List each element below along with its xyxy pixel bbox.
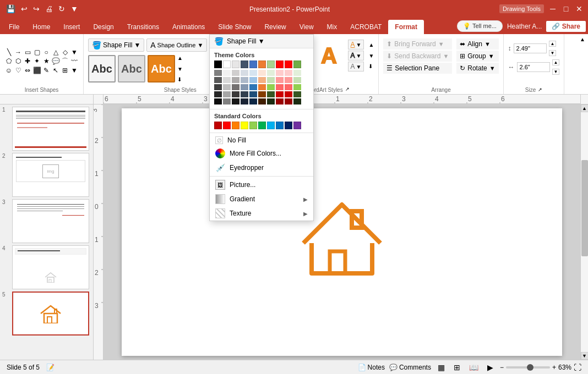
slide-image-2[interactable]: img: [12, 153, 89, 197]
shade-3-1[interactable]: [223, 84, 231, 90]
std-color-2[interactable]: [232, 122, 239, 129]
shade-3-8[interactable]: [285, 84, 292, 90]
shape-star4[interactable]: ✦: [32, 57, 41, 66]
slide-thumb-2[interactable]: 2 img: [2, 153, 91, 197]
tab-insert[interactable]: Insert: [57, 20, 86, 34]
ribbon-collapse[interactable]: ▲: [577, 34, 588, 94]
width-up-icon[interactable]: ▲: [552, 59, 560, 65]
size-expand-icon[interactable]: ↗: [538, 87, 542, 92]
shape-merge[interactable]: ⊞: [61, 67, 69, 74]
color-swatch-red2[interactable]: [285, 61, 292, 68]
shade-4-1[interactable]: [223, 91, 231, 97]
gradient-item[interactable]: Gradient ▶: [210, 192, 313, 206]
shade-2-0[interactable]: [214, 77, 222, 83]
shade-4-9[interactable]: [293, 91, 301, 97]
shade-3-5[interactable]: [258, 84, 266, 90]
shape-smiley[interactable]: ☺: [4, 67, 13, 74]
shape-arr2[interactable]: ⇔: [23, 67, 32, 74]
height-input[interactable]: [514, 43, 547, 53]
tab-slideshow[interactable]: Slide Show: [211, 20, 258, 34]
shade-5-3[interactable]: [241, 98, 248, 105]
ribbon-tabs[interactable]: File Home Insert Design Transitions Anim…: [0, 18, 588, 34]
texture-item[interactable]: Texture ▶: [210, 206, 313, 221]
slide-image-5[interactable]: [12, 292, 89, 336]
user-name[interactable]: Heather A...: [507, 23, 542, 30]
shape-edit[interactable]: ✎: [42, 67, 51, 74]
shade-1-8[interactable]: [285, 70, 292, 76]
shade-5-9[interactable]: [293, 98, 301, 105]
color-swatch-white[interactable]: [223, 61, 231, 68]
shade-2-1[interactable]: [223, 77, 231, 83]
width-down-icon[interactable]: ▼: [552, 69, 560, 75]
style-more[interactable]: ⬇: [177, 76, 183, 82]
shape-rrect[interactable]: ▢: [32, 48, 41, 56]
tab-acrobat[interactable]: ACROBAT: [344, 20, 388, 34]
shape-outline-btn[interactable]: A Shape Outline ▼: [146, 38, 207, 52]
style-scroll-down[interactable]: ▼: [177, 66, 183, 72]
restore-btn[interactable]: □: [562, 4, 570, 13]
group-btn[interactable]: ⊞ Group ▼: [456, 51, 498, 62]
send-backward-btn[interactable]: ⬇ Send Backward ▼: [383, 51, 452, 62]
shape-fill-dropdown[interactable]: 🪣 Shape Fill ▼ Theme Colors: [209, 34, 314, 221]
view-normal-btn[interactable]: ▦: [435, 362, 447, 373]
shape-custom[interactable]: 〰: [70, 57, 79, 66]
zoom-in-btn[interactable]: +: [552, 364, 556, 371]
style-scroll-up[interactable]: ▲: [177, 55, 183, 61]
slide-thumb-3[interactable]: 3: [2, 199, 91, 243]
shade-3-6[interactable]: [267, 84, 275, 90]
shade-1-5[interactable]: [258, 70, 266, 76]
shade-5-4[interactable]: [249, 98, 257, 105]
shape-diamond[interactable]: ◇: [61, 48, 69, 56]
tab-mix[interactable]: Mix: [320, 20, 344, 34]
shade-1-2[interactable]: [232, 70, 239, 76]
tab-file[interactable]: File: [2, 20, 26, 34]
shape-cube[interactable]: ⬛: [32, 67, 41, 74]
shade-2-5[interactable]: [258, 77, 266, 83]
customize-btn[interactable]: ▼: [69, 3, 80, 14]
shade-4-4[interactable]: [249, 91, 257, 97]
view-slide-sorter-btn[interactable]: ⊞: [451, 362, 462, 373]
shade-1-9[interactable]: [293, 70, 301, 76]
shade-1-3[interactable]: [241, 70, 248, 76]
tab-animations[interactable]: Animations: [166, 20, 211, 34]
shade-1-7[interactable]: [276, 70, 284, 76]
zoom-slider[interactable]: [506, 366, 550, 369]
shade-2-6[interactable]: [267, 77, 275, 83]
wordart-expand-icon[interactable]: ↗: [345, 86, 350, 92]
shade-2-3[interactable]: [241, 77, 248, 83]
shade-4-6[interactable]: [267, 91, 275, 97]
shade-4-5[interactable]: [258, 91, 266, 97]
shade-4-8[interactable]: [285, 91, 292, 97]
shade-2-7[interactable]: [276, 77, 284, 83]
comments-btn[interactable]: 💬 Comments: [389, 364, 431, 371]
shade-5-5[interactable]: [258, 98, 266, 105]
zoom-thumb[interactable]: [527, 364, 533, 371]
no-fill-item[interactable]: ∅ No Fill: [210, 134, 313, 146]
tab-home[interactable]: Home: [26, 20, 57, 34]
color-swatch-blue[interactable]: [249, 61, 257, 68]
shape-plus[interactable]: ✚: [23, 57, 32, 66]
slide-thumb-5[interactable]: 5: [2, 292, 91, 336]
slide-white-area[interactable]: [122, 108, 562, 356]
shade-3-9[interactable]: [293, 84, 301, 90]
scroll-down-btn[interactable]: ▼: [581, 352, 589, 360]
slide-image-4[interactable]: [12, 245, 89, 289]
shape-pentagon[interactable]: ⬠: [4, 57, 13, 66]
shade-4-3[interactable]: [241, 91, 248, 97]
shape-drop[interactable]: ▼: [70, 67, 79, 74]
shape-star5[interactable]: ★: [42, 57, 51, 66]
quick-access-toolbar[interactable]: 💾 ↩ ↪ 🖨 ↻ ▼: [4, 3, 80, 14]
color-swatch-black[interactable]: [214, 61, 222, 68]
notes-btn[interactable]: 📄 Notes: [358, 364, 385, 371]
slide-canvas[interactable]: [104, 105, 580, 360]
shape-oval[interactable]: ○: [42, 48, 51, 56]
color-swatch-orange[interactable]: [258, 61, 266, 68]
shade-2-8[interactable]: [285, 77, 292, 83]
more-fill-colors-item[interactable]: More Fill Colors...: [210, 146, 313, 161]
shade-2-4[interactable]: [249, 77, 257, 83]
style-box-2[interactable]: Abc: [118, 55, 145, 82]
tab-review[interactable]: Review: [258, 20, 292, 34]
tab-format[interactable]: Format: [388, 20, 424, 34]
shade-3-0[interactable]: [214, 84, 222, 90]
style-box-1[interactable]: Abc: [88, 55, 116, 82]
